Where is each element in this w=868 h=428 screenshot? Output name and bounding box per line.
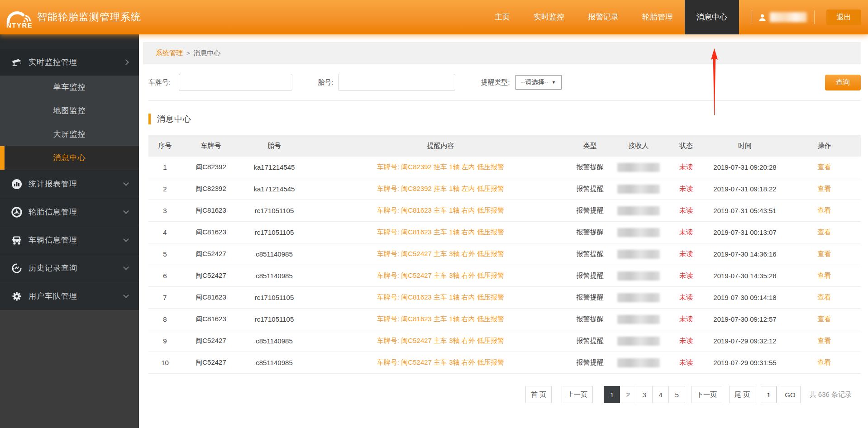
section-accent-bar: [148, 114, 151, 124]
page-first-button[interactable]: 首 页: [525, 386, 552, 403]
page-go-button[interactable]: GO: [780, 386, 800, 403]
tire-number-label: 胎号:: [318, 78, 333, 87]
cell-time: 2019-07-29 09:31:55: [702, 359, 788, 366]
cell-content: 车牌号: 闽C52427 主车 3轴 右外 低压报警: [308, 358, 573, 367]
brand-logo-icon: NTYRE: [6, 5, 33, 29]
receiver-masked: [617, 250, 660, 259]
cell-content: 车牌号: 闽C52427 主车 3轴 右外 低压报警: [308, 337, 573, 345]
cell-type: 报警提醒: [573, 293, 607, 302]
gear-icon: [11, 291, 22, 302]
col-header-status: 状态: [670, 142, 702, 150]
page-number-button[interactable]: 3: [636, 386, 653, 403]
cell-tire: rc171051105: [240, 315, 308, 323]
view-link[interactable]: 查看: [818, 337, 831, 344]
app-header: NTYRE 智能轮胎监测管理系统 主页 实时监控 报警记录 轮胎管理 消息中心 …: [0, 0, 868, 34]
view-link[interactable]: 查看: [818, 315, 831, 323]
search-button[interactable]: 查询: [825, 75, 861, 90]
cell-receiver: [607, 206, 670, 215]
sidebar-submenu-item[interactable]: 大屏监控: [0, 123, 139, 146]
page-number-button[interactable]: 2: [620, 386, 636, 403]
truck-icon: [11, 235, 22, 246]
sidebar-group[interactable]: 轮胎信息管理: [0, 198, 139, 226]
topnav-item[interactable]: 报警记录: [576, 0, 630, 34]
cell-status: 未读: [670, 337, 702, 345]
user-icon: [758, 14, 766, 21]
receiver-masked: [617, 337, 660, 346]
cell-tire: rc171051105: [240, 294, 308, 301]
topnav-item[interactable]: 轮胎管理: [630, 0, 685, 34]
page-prev-button[interactable]: 上一页: [562, 386, 593, 403]
view-link[interactable]: 查看: [818, 228, 831, 236]
cell-content: 车牌号: 闽C81623 主车 1轴 右内 低压报警: [308, 228, 573, 237]
cell-time: 2019-07-30 14:36:16: [702, 250, 788, 258]
cell-status: 未读: [670, 250, 702, 258]
logout-button[interactable]: 退出: [826, 10, 861, 25]
camera-icon: [11, 57, 22, 68]
page-last-button[interactable]: 尾 页: [729, 386, 755, 403]
cell-time: 2019-07-30 09:14:18: [702, 294, 788, 301]
cell-plate: 闽C81623: [181, 228, 240, 237]
sidebar-groups: 统计报表管理 轮胎信息管理 车辆信息管理 历史记录查询: [0, 170, 139, 310]
sidebar-group[interactable]: 历史记录查询: [0, 254, 139, 282]
view-link[interactable]: 查看: [818, 358, 831, 366]
view-link[interactable]: 查看: [818, 293, 831, 301]
page-number-button[interactable]: 1: [604, 386, 620, 403]
topnav-item[interactable]: 实时监控: [522, 0, 576, 34]
receiver-masked: [617, 163, 660, 172]
breadcrumb-parent[interactable]: 系统管理: [156, 49, 183, 57]
topnav-item[interactable]: 消息中心: [685, 0, 739, 34]
sidebar-submenu-item[interactable]: 消息中心: [0, 146, 139, 170]
cell-no: 2: [148, 185, 181, 193]
view-link[interactable]: 查看: [818, 271, 831, 279]
tire-number-input[interactable]: [338, 74, 455, 91]
cell-type: 报警提醒: [573, 250, 607, 258]
plate-number-input[interactable]: [179, 74, 292, 91]
cell-status: 未读: [670, 185, 702, 193]
cell-tire: ka171214545: [240, 163, 308, 171]
cell-receiver: [607, 293, 670, 302]
sidebar-submenu-item[interactable]: 地图监控: [0, 99, 139, 123]
col-header-content: 提醒内容: [308, 142, 573, 150]
receiver-masked: [617, 185, 660, 194]
table-row: 6 闽C52427 c851140985 车牌号: 闽C52427 主车 3轴 …: [148, 265, 861, 287]
cell-receiver: [607, 358, 670, 367]
table-row: 1 闽C82392 ka171214545 车牌号: 闽C82392 挂车 1轴…: [148, 157, 861, 178]
cell-tire: rc171051105: [240, 228, 308, 236]
cell-status: 未读: [670, 271, 702, 280]
cell-type: 报警提醒: [573, 228, 607, 237]
table-row: 9 闽C52427 c851140985 车牌号: 闽C52427 主车 3轴 …: [148, 330, 861, 352]
cell-no: 1: [148, 163, 181, 171]
page-next-button[interactable]: 下一页: [691, 386, 722, 403]
view-link[interactable]: 查看: [818, 206, 831, 214]
cell-time: 2019-07-31 09:18:22: [702, 185, 788, 193]
cell-type: 报警提醒: [573, 315, 607, 323]
cell-tire: c851140985: [240, 337, 308, 345]
sidebar-group-realtime-monitor[interactable]: 实时监控管理: [0, 49, 139, 76]
sidebar-submenu-item[interactable]: 单车监控: [0, 76, 139, 99]
sidebar-group[interactable]: 统计报表管理: [0, 170, 139, 198]
cell-plate: 闽C52427: [181, 337, 240, 345]
sidebar-group[interactable]: 用户车队管理: [0, 282, 139, 310]
sidebar-group[interactable]: 车辆信息管理: [0, 226, 139, 254]
page-number-button[interactable]: 4: [653, 386, 669, 403]
view-link[interactable]: 查看: [818, 185, 831, 192]
plate-number-label: 车牌号:: [148, 78, 171, 87]
main-content: 系统管理 > 消息中心 车牌号: 胎号: 提醒类型: --请选择-- ▼ 查询 …: [139, 34, 868, 428]
cell-status: 未读: [670, 206, 702, 215]
annotation-arrow-up: [706, 48, 724, 116]
receiver-masked: [617, 228, 660, 237]
chevron-down-icon: [123, 292, 129, 298]
reminder-type-select[interactable]: --请选择-- ▼: [515, 75, 562, 90]
cell-plate: 闽C81623: [181, 293, 240, 302]
cell-tire: ka171214545: [240, 185, 308, 193]
topnav-item[interactable]: 主页: [483, 0, 522, 34]
chevron-down-icon: [123, 180, 129, 186]
table-body: 1 闽C82392 ka171214545 车牌号: 闽C82392 挂车 1轴…: [148, 157, 861, 374]
cell-content: 车牌号: 闽C82392 挂车 1轴 左内 低压报警: [308, 185, 573, 193]
cell-type: 报警提醒: [573, 163, 607, 171]
page-number-button[interactable]: 5: [669, 386, 685, 403]
view-link[interactable]: 查看: [818, 163, 831, 171]
user-area: 退出: [739, 0, 868, 34]
page-goto-input[interactable]: [761, 386, 777, 403]
view-link[interactable]: 查看: [818, 250, 831, 257]
